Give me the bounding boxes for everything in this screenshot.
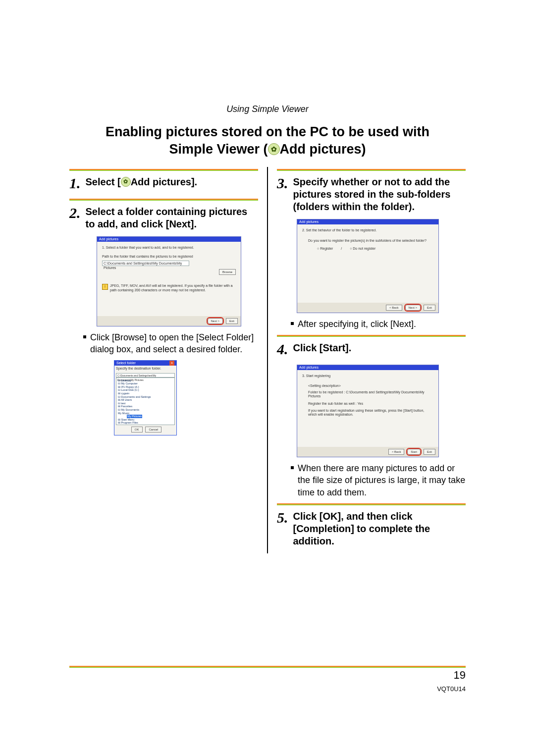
right-column: 3. Specify whether or not to add the pic…	[277, 167, 466, 553]
setting-hint: If you want to start registration using …	[308, 409, 433, 417]
page-title: Enabling pictures stored on the PC to be…	[69, 123, 466, 158]
subfolder-dialog: Add pictures 2. Set the behavior of the …	[297, 219, 439, 313]
bullet-item: When there are many pictures to add or t…	[291, 462, 466, 498]
exit-button[interactable]: Exit	[226, 318, 238, 324]
doc-code: VQT0U14	[437, 685, 466, 693]
next-button[interactable]: Next >	[405, 305, 421, 311]
dialog-label: Specify the destination folder.	[116, 367, 175, 371]
start-button[interactable]: Start	[407, 449, 421, 455]
warning-icon: !	[102, 284, 108, 290]
register-radio[interactable]: Register	[317, 247, 333, 250]
header-context: Using Simple Viewer	[69, 104, 466, 114]
back-button[interactable]: < Back	[386, 305, 402, 311]
option-separator: /	[341, 247, 342, 250]
step-number: 5.	[277, 508, 288, 527]
step-number: 1.	[69, 174, 81, 193]
step-text: Click [Start].	[293, 340, 466, 354]
page-title-line2a: Simple Viewer (	[169, 142, 268, 157]
step-rule	[277, 335, 466, 337]
step-rule	[69, 199, 258, 201]
dialog-question: Do you want to register the picture(s) i…	[308, 239, 433, 243]
browse-button[interactable]: Browse	[219, 269, 236, 275]
step-rule	[277, 169, 466, 171]
step-2: 2. Select a folder containing pictures t…	[69, 199, 258, 230]
column-divider	[267, 167, 268, 553]
select-folder-dialog: Select folder × Specify the destination …	[114, 360, 177, 435]
add-pictures-icon: ✿	[121, 177, 131, 187]
bullet-dot-icon	[291, 466, 294, 469]
do-not-register-radio[interactable]: Do not register	[350, 247, 375, 250]
ok-button[interactable]: OK	[131, 427, 143, 432]
step-3: 3. Specify whether or not to add the pic…	[277, 169, 466, 213]
bullet-item: After specifying it, click [Next].	[291, 318, 466, 330]
start-registering-dialog: Add pictures 3. Start registering <Setti…	[297, 365, 439, 457]
exit-button[interactable]: Exit	[424, 305, 435, 311]
add-pictures-dialog: Add pictures 1. Select a folder that you…	[97, 236, 241, 326]
step-4: 4. Click [Start].	[277, 335, 466, 359]
page-title-line1: Enabling pictures stored on the PC to be…	[106, 124, 429, 139]
next-button[interactable]: Next >	[208, 318, 223, 324]
close-icon[interactable]: ×	[169, 361, 174, 366]
folder-tree[interactable]: ⊟ Desktop ⊟ My Computer ⊞ 3½ Floppy (A:)…	[116, 378, 175, 425]
dialog-titlebar: Select folder ×	[114, 361, 176, 366]
bullet-dot-icon	[291, 322, 294, 325]
step-number: 2.	[69, 204, 81, 222]
back-button[interactable]: < Back	[388, 449, 405, 455]
setting-folder: Folder to be registered : C:\Documents a…	[308, 390, 433, 399]
bullet-dot-icon	[83, 335, 86, 338]
step-rule	[69, 169, 258, 171]
step-rule	[277, 503, 466, 505]
dialog-titlebar: Add pictures	[297, 219, 438, 224]
dialog-instruction: 1. Select a folder that you want to add,…	[102, 246, 236, 250]
dialog-titlebar: Add pictures	[297, 365, 438, 370]
step-1: 1. Select [✿Add pictures].	[69, 169, 258, 193]
step-5: 5. Click [OK], and then click [Completio…	[277, 503, 466, 547]
selected-folder[interactable]: My Pictures	[127, 415, 142, 418]
setting-description: <Setting description>	[308, 384, 433, 388]
step-number: 3.	[277, 174, 288, 193]
step-text: Select [✿Add pictures].	[86, 174, 259, 188]
bullet-item: Click [Browse] to open the [Select Folde…	[83, 331, 258, 356]
dialog-titlebar: Add pictures	[97, 237, 241, 242]
path-input[interactable]: C:\Documents and Settings\test\My Docume…	[102, 261, 189, 266]
step-number: 4.	[277, 340, 288, 359]
setting-subfolder: Register the sub folder as well : Yes	[308, 402, 433, 406]
dialog-heading: 3. Start registering	[302, 374, 433, 378]
step-text: Select a folder containing pictures to a…	[86, 204, 259, 230]
add-pictures-icon: ✿	[268, 143, 280, 155]
step-text: Specify whether or not to add the pictur…	[293, 174, 466, 213]
dialog-instruction: 2. Set the behavior of the folder to be …	[302, 228, 433, 232]
path-input[interactable]: C:\Documents and Settings\test\My Docume…	[116, 373, 175, 378]
left-column: 1. Select [✿Add pictures]. 2. Select a f…	[69, 167, 258, 553]
warning-text: JPEG, TIFF, MOV, and AVI will all be reg…	[110, 284, 236, 292]
dialog-label: Path to the folder that contains the pic…	[102, 255, 236, 259]
exit-button[interactable]: Exit	[424, 449, 435, 455]
page-title-line2b: Add pictures)	[280, 142, 366, 157]
page-number: 19	[454, 669, 466, 682]
step-text: Click [OK], and then click [Completion] …	[293, 508, 466, 547]
bottom-rule	[69, 666, 466, 668]
cancel-button[interactable]: Cancel	[145, 427, 161, 432]
